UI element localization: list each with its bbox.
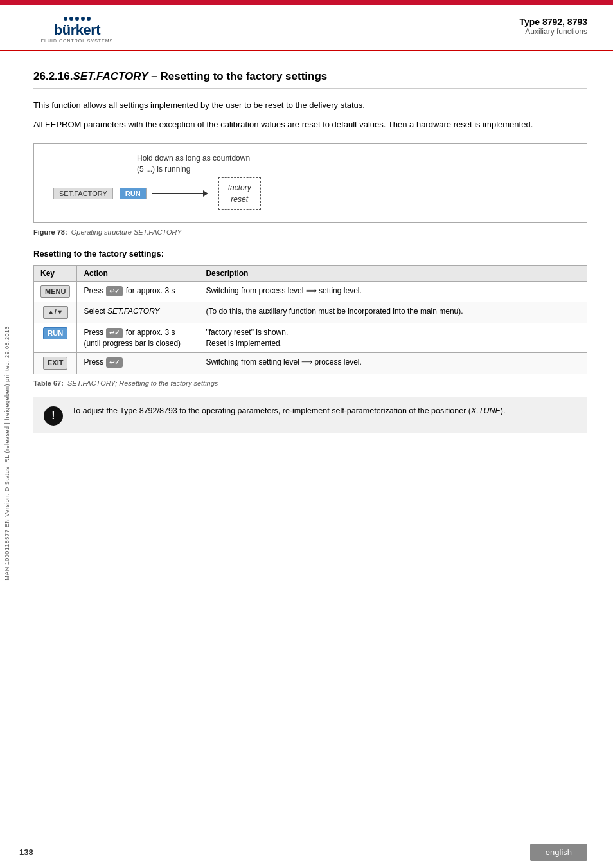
key-cell-exit: EXIT [34, 353, 77, 374]
diagram-node-set-factory: SET.FACTORY [53, 188, 113, 199]
header-right: Type 8792, 8793 Auxiliary functions [129, 17, 587, 36]
action-cell-exit: Press ↩✓ [77, 353, 199, 374]
key-cell-run: RUN [34, 323, 77, 353]
info-box: ! To adjust the Type 8792/8793 to the op… [33, 397, 587, 433]
col-header-action: Action [77, 266, 199, 282]
table-row: EXIT Press ↩✓ Switching from setting lev… [34, 353, 587, 374]
action-cell-arrows: Select SET.FACTORY [77, 302, 199, 323]
logo-name: bürkert [54, 22, 100, 39]
info-icon: ! [44, 406, 63, 426]
key-cell-arrows: ▲/▼ [34, 302, 77, 323]
key-badge-run: RUN [43, 327, 67, 339]
desc-cell-arrows: (To do this, the auxiliary function must… [199, 302, 587, 323]
diagram-node-run: RUN [120, 188, 147, 199]
key-badge-arrows: ▲/▼ [43, 306, 68, 318]
section-title-italic: SET.FACTORY [73, 70, 148, 82]
footer: 138 english [0, 836, 613, 868]
diagram-box: Hold down as long as countdown (5 ...) i… [33, 143, 587, 223]
table-row: ▲/▼ Select SET.FACTORY (To do this, the … [34, 302, 587, 323]
action-cell-menu: Press ↩✓ for approx. 3 s [77, 282, 199, 302]
logo-area: bürkert FLUID CONTROL SYSTEMS [26, 17, 129, 43]
key-cell-menu: MENU [34, 282, 77, 302]
table-row: MENU Press ↩✓ for approx. 3 s Switching … [34, 282, 587, 302]
section-title: 26.2.16.SET.FACTORY – Resetting to the f… [33, 70, 587, 89]
info-text: To adjust the Type 8792/8793 to the oper… [72, 405, 505, 417]
table-caption: Table 67: SET.FACTORY; Resetting to the … [33, 379, 587, 387]
key-badge-menu: MENU [40, 285, 70, 298]
key-badge-exit: EXIT [43, 357, 67, 369]
ok-icon-2: ↩✓ [106, 328, 123, 338]
body-text-2: All EEPROM parameters with the exception… [33, 118, 587, 131]
subsection-title: Resetting to the factory settings: [33, 249, 587, 258]
header-type: Type 8792, 8793 [129, 17, 587, 27]
desc-cell-menu: Switching from process level ⟹ setting l… [199, 282, 587, 302]
footer-language: english [530, 844, 587, 861]
col-header-key: Key [34, 266, 77, 282]
body-text-1: This function allows all settings implem… [33, 99, 587, 112]
desc-cell-exit: Switching from setting level ⟹ process l… [199, 353, 587, 374]
settings-table: Key Action Description MENU Press ↩✓ for… [33, 265, 587, 374]
col-header-description: Description [199, 266, 587, 282]
logo-tagline: FLUID CONTROL SYSTEMS [41, 39, 114, 43]
ok-icon-3: ↩✓ [106, 357, 123, 368]
figure-caption: Figure 78: Operating structure SET.FACTO… [33, 228, 587, 236]
section-title-prefix: 26.2.16. [33, 70, 73, 82]
table-row: RUN Press ↩✓ for approx. 3 s (until prog… [34, 323, 587, 353]
diagram-top-text: Hold down as long as countdown (5 ...) i… [137, 153, 250, 175]
desc-cell-run: "factory reset" is shown. Reset is imple… [199, 323, 587, 353]
header-subtitle: Auxiliary functions [129, 27, 587, 36]
sidebar-vertical-text: MAN 1000118577 EN Version: D Status: RL … [0, 77, 14, 829]
diagram-result: factory reset [218, 177, 261, 210]
footer-page-number: 138 [19, 847, 33, 857]
ok-icon-1: ↩✓ [106, 286, 123, 296]
diagram-arrow [152, 190, 208, 197]
section-title-suffix: – Resetting to the factory settings [148, 70, 328, 82]
action-cell-run: Press ↩✓ for approx. 3 s (until progress… [77, 323, 199, 353]
